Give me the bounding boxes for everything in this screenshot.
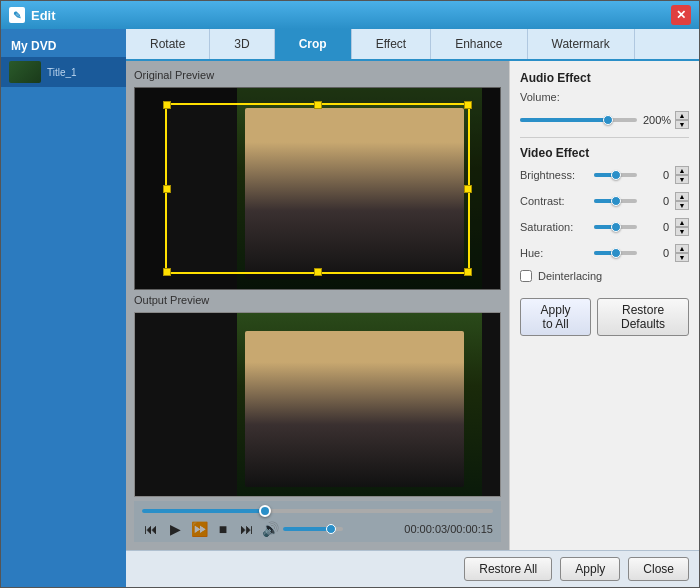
right-panel: Audio Effect Volume: 200% bbox=[509, 61, 699, 550]
volume-slider-wrap[interactable] bbox=[520, 113, 637, 127]
brightness-label: Brightness: bbox=[520, 169, 588, 181]
hue-spinner[interactable]: ▲ ▼ bbox=[675, 244, 689, 262]
hue-spin-up[interactable]: ▲ bbox=[675, 244, 689, 253]
restore-all-button[interactable]: Restore All bbox=[464, 557, 552, 581]
sidebar-item-label: Title_1 bbox=[47, 67, 77, 78]
volume-icon: 🔊 bbox=[262, 521, 279, 537]
brightness-row: Brightness: 0 ▲ ▼ bbox=[520, 166, 689, 184]
saturation-spin-down[interactable]: ▼ bbox=[675, 227, 689, 236]
apply-restore-row: Apply to All Restore Defaults bbox=[520, 298, 689, 336]
progress-bar-wrapper[interactable] bbox=[142, 505, 493, 517]
saturation-row: Saturation: 0 ▲ ▼ bbox=[520, 218, 689, 236]
contrast-thumb[interactable] bbox=[611, 196, 621, 206]
volume-track-right[interactable] bbox=[520, 118, 637, 122]
original-preview-box bbox=[134, 87, 501, 290]
video-effect-title: Video Effect bbox=[520, 146, 689, 160]
volume-spinner[interactable]: ▲ ▼ bbox=[675, 111, 689, 129]
thumbnail bbox=[9, 61, 41, 83]
volume-thumb[interactable] bbox=[326, 524, 336, 534]
tab-3d[interactable]: 3D bbox=[210, 29, 274, 59]
brightness-thumb[interactable] bbox=[611, 170, 621, 180]
deinterlacing-checkbox[interactable] bbox=[520, 270, 532, 282]
saturation-label: Saturation: bbox=[520, 221, 588, 233]
fast-forward-button[interactable]: ⏩ bbox=[190, 520, 208, 538]
volume-area: 🔊 bbox=[262, 521, 343, 537]
crop-handle-br[interactable] bbox=[464, 268, 472, 276]
saturation-spinner[interactable]: ▲ ▼ bbox=[675, 218, 689, 236]
playback-bar: ⏮ ▶ ⏩ ■ ⏭ 🔊 bbox=[134, 501, 501, 542]
volume-fill bbox=[283, 527, 331, 531]
hue-row: Hue: 0 ▲ ▼ bbox=[520, 244, 689, 262]
sidebar-item-mydvd[interactable]: Title_1 bbox=[1, 57, 126, 87]
crop-handle-ml[interactable] bbox=[163, 185, 171, 193]
skip-to-end-button[interactable]: ⏭ bbox=[238, 520, 256, 538]
crop-handle-bm[interactable] bbox=[314, 268, 322, 276]
volume-spin-down[interactable]: ▼ bbox=[675, 120, 689, 129]
hue-spin-down[interactable]: ▼ bbox=[675, 253, 689, 262]
app-icon: ✎ bbox=[9, 7, 25, 23]
progress-track[interactable] bbox=[142, 509, 493, 513]
crop-handle-tr[interactable] bbox=[464, 101, 472, 109]
tab-effect[interactable]: Effect bbox=[352, 29, 431, 59]
contrast-spinner[interactable]: ▲ ▼ bbox=[675, 192, 689, 210]
main-panel: Rotate 3D Crop Effect Enhance Watermark … bbox=[126, 29, 699, 587]
sidebar: My DVD Title_1 bbox=[1, 29, 126, 587]
crop-handle-tm[interactable] bbox=[314, 101, 322, 109]
hue-slider[interactable] bbox=[594, 246, 637, 260]
bottom-bar: Restore All Apply Close bbox=[126, 550, 699, 587]
contrast-value: 0 bbox=[643, 195, 669, 207]
volume-slider-row: 200% ▲ ▼ bbox=[520, 111, 689, 129]
saturation-track[interactable] bbox=[594, 225, 637, 229]
brightness-track[interactable] bbox=[594, 173, 637, 177]
stop-button[interactable]: ■ bbox=[214, 520, 232, 538]
time-display: 00:00:03/00:00:15 bbox=[404, 523, 493, 535]
saturation-slider[interactable] bbox=[594, 220, 637, 234]
volume-label: Volume: bbox=[520, 91, 588, 103]
crop-overlay[interactable] bbox=[165, 103, 470, 274]
hue-value: 0 bbox=[643, 247, 669, 259]
title-bar: ✎ Edit ✕ bbox=[1, 1, 699, 29]
contrast-track[interactable] bbox=[594, 199, 637, 203]
tab-bar: Rotate 3D Crop Effect Enhance Watermark bbox=[126, 29, 699, 61]
deinterlacing-row: Deinterlacing bbox=[520, 270, 689, 282]
progress-fill bbox=[142, 509, 265, 513]
volume-spin-up[interactable]: ▲ bbox=[675, 111, 689, 120]
tab-enhance[interactable]: Enhance bbox=[431, 29, 527, 59]
skip-to-start-button[interactable]: ⏮ bbox=[142, 520, 160, 538]
close-button[interactable]: Close bbox=[628, 557, 689, 581]
output-preview-box bbox=[134, 312, 501, 497]
apply-button[interactable]: Apply bbox=[560, 557, 620, 581]
crop-handle-bl[interactable] bbox=[163, 268, 171, 276]
contrast-spin-up[interactable]: ▲ bbox=[675, 192, 689, 201]
saturation-value: 0 bbox=[643, 221, 669, 233]
brightness-slider[interactable] bbox=[594, 168, 637, 182]
volume-row: Volume: bbox=[520, 91, 689, 103]
edit-window: ✎ Edit ✕ My DVD Title_1 Rotate 3D Crop E… bbox=[0, 0, 700, 588]
sidebar-header: My DVD bbox=[1, 33, 126, 57]
brightness-spinner[interactable]: ▲ ▼ bbox=[675, 166, 689, 184]
crop-handle-mr[interactable] bbox=[464, 185, 472, 193]
volume-track[interactable] bbox=[283, 527, 343, 531]
hue-track[interactable] bbox=[594, 251, 637, 255]
contrast-row: Contrast: 0 ▲ ▼ bbox=[520, 192, 689, 210]
saturation-spin-up[interactable]: ▲ bbox=[675, 218, 689, 227]
tab-crop[interactable]: Crop bbox=[275, 29, 352, 59]
brightness-spin-down[interactable]: ▼ bbox=[675, 175, 689, 184]
contrast-spin-down[interactable]: ▼ bbox=[675, 201, 689, 210]
crop-handle-tl[interactable] bbox=[163, 101, 171, 109]
tab-rotate[interactable]: Rotate bbox=[126, 29, 210, 59]
play-button[interactable]: ▶ bbox=[166, 520, 184, 538]
main-body: Original Preview bbox=[126, 61, 699, 550]
apply-to-all-button[interactable]: Apply to All bbox=[520, 298, 591, 336]
contrast-slider[interactable] bbox=[594, 194, 637, 208]
audio-effect-title: Audio Effect bbox=[520, 71, 689, 85]
progress-thumb[interactable] bbox=[259, 505, 271, 517]
tab-watermark[interactable]: Watermark bbox=[528, 29, 635, 59]
original-preview-label: Original Preview bbox=[134, 69, 501, 81]
volume-thumb-right[interactable] bbox=[603, 115, 613, 125]
saturation-thumb[interactable] bbox=[611, 222, 621, 232]
restore-defaults-button[interactable]: Restore Defaults bbox=[597, 298, 689, 336]
brightness-spin-up[interactable]: ▲ bbox=[675, 166, 689, 175]
hue-thumb[interactable] bbox=[611, 248, 621, 258]
close-window-button[interactable]: ✕ bbox=[671, 5, 691, 25]
